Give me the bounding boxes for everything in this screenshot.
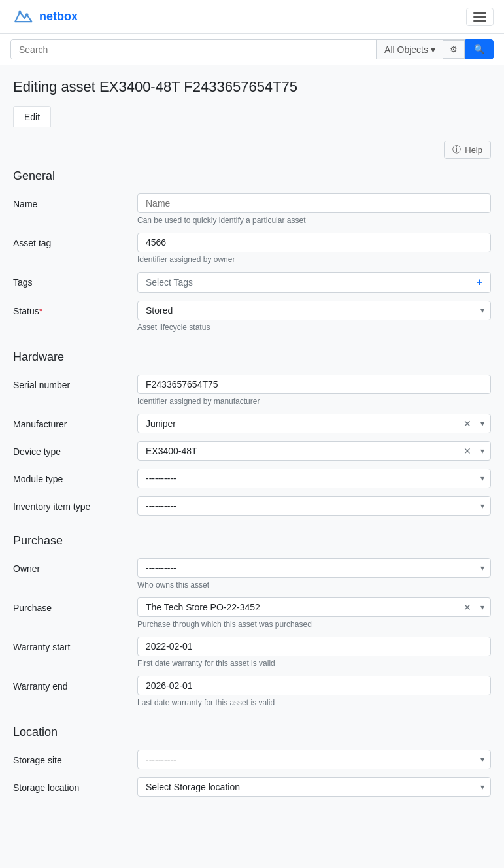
owner-label: Owner bbox=[13, 558, 137, 574]
storage-site-select[interactable]: ---------- bbox=[137, 750, 491, 769]
asset-tag-row: Asset tag Identifier assigned by owner bbox=[13, 233, 491, 264]
device-type-label: Device type bbox=[13, 441, 137, 457]
page-title: Editing asset EX3400-48T F2433657654T75 bbox=[13, 78, 491, 95]
warranty-end-label: Warranty end bbox=[13, 676, 137, 692]
status-required: * bbox=[39, 306, 42, 316]
manufacturer-clear-button[interactable]: ✕ bbox=[463, 419, 471, 428]
serial-number-help: Identifier assigned by manufacturer bbox=[137, 397, 491, 406]
warranty-start-label: Warranty start bbox=[13, 637, 137, 652]
storage-location-row: Storage location Select Storage location… bbox=[13, 777, 491, 797]
search-submit-button[interactable]: 🔍 bbox=[465, 39, 494, 59]
name-input[interactable] bbox=[137, 193, 491, 213]
navbar: netbox bbox=[0, 0, 504, 34]
general-section: General Name Can be used to quickly iden… bbox=[13, 169, 491, 332]
purchase-section-title: Purchase bbox=[13, 534, 491, 548]
purchase-section: Purchase Owner ---------- ▾ Who owns thi… bbox=[13, 534, 491, 707]
serial-number-label: Serial number bbox=[13, 375, 137, 390]
warranty-start-field: First date warranty for this asset is va… bbox=[137, 637, 491, 668]
location-section: Location Storage site ---------- ▾ Stora… bbox=[13, 726, 491, 797]
tags-select[interactable]: Select Tags + bbox=[137, 272, 491, 293]
serial-number-input[interactable] bbox=[137, 375, 491, 394]
svg-point-1 bbox=[18, 10, 22, 14]
status-select[interactable]: Stored Active Retired Decommissioned bbox=[137, 301, 491, 320]
device-type-row: Device type EX3400-48T ✕ ▾ bbox=[13, 441, 491, 461]
warranty-end-row: Warranty end Last date warranty for this… bbox=[13, 676, 491, 707]
tags-placeholder: Select Tags bbox=[146, 277, 193, 288]
manufacturer-row: Manufacturer Juniper ✕ ▾ bbox=[13, 414, 491, 433]
filter-button[interactable]: ⚙ bbox=[443, 40, 465, 59]
hamburger-line-3 bbox=[473, 20, 486, 22]
warranty-end-input[interactable] bbox=[137, 676, 491, 695]
asset-tag-input[interactable] bbox=[137, 233, 491, 252]
nav-toggle-button[interactable] bbox=[466, 8, 494, 26]
help-bar: ⓘ Help bbox=[13, 141, 491, 159]
inventory-item-type-row: Inventory item type ---------- ▾ bbox=[13, 496, 491, 516]
storage-site-row: Storage site ---------- ▾ bbox=[13, 750, 491, 769]
location-section-title: Location bbox=[13, 726, 491, 739]
svg-rect-0 bbox=[10, 5, 34, 29]
module-type-field: ---------- ▾ bbox=[137, 469, 491, 488]
question-circle-icon: ⓘ bbox=[452, 144, 461, 156]
serial-number-row: Serial number Identifier assigned by man… bbox=[13, 375, 491, 406]
name-field: Can be used to quickly identify a partic… bbox=[137, 193, 491, 225]
manufacturer-select[interactable]: Juniper bbox=[137, 414, 491, 433]
asset-tag-field: Identifier assigned by owner bbox=[137, 233, 491, 264]
tab-edit[interactable]: Edit bbox=[13, 106, 51, 127]
name-help: Can be used to quickly identify a partic… bbox=[137, 216, 491, 225]
owner-select[interactable]: ---------- bbox=[137, 558, 491, 578]
device-type-clear-button[interactable]: ✕ bbox=[463, 446, 471, 456]
warranty-start-row: Warranty start First date warranty for t… bbox=[13, 637, 491, 668]
owner-select-wrapper: ---------- ▾ bbox=[137, 558, 491, 578]
help-button[interactable]: ⓘ Help bbox=[444, 141, 491, 159]
tags-add-icon: + bbox=[477, 276, 482, 288]
module-type-label: Module type bbox=[13, 469, 137, 484]
name-row: Name Can be used to quickly identify a p… bbox=[13, 193, 491, 225]
storage-location-field: Select Storage location ▾ bbox=[137, 777, 491, 797]
search-input[interactable] bbox=[11, 40, 376, 59]
search-type-label: All Objects bbox=[384, 44, 428, 55]
page-content: Editing asset EX3400-48T F2433657654T75 … bbox=[0, 65, 504, 828]
search-type-button[interactable]: All Objects ▾ bbox=[376, 40, 443, 59]
owner-field: ---------- ▾ Who owns this asset bbox=[137, 558, 491, 590]
device-type-field: EX3400-48T ✕ ▾ bbox=[137, 441, 491, 461]
status-row: Status* Stored Active Retired Decommissi… bbox=[13, 301, 491, 332]
purchase-row: Purchase The Tech Store PO-22-3452 ✕ ▾ P… bbox=[13, 597, 491, 629]
manufacturer-field: Juniper ✕ ▾ bbox=[137, 414, 491, 433]
status-field: Stored Active Retired Decommissioned ▾ A… bbox=[137, 301, 491, 332]
name-label: Name bbox=[13, 193, 137, 209]
purchase-label: Purchase bbox=[13, 597, 137, 613]
svg-point-2 bbox=[25, 13, 29, 16]
filter-icon: ⚙ bbox=[450, 44, 458, 54]
warranty-start-help: First date warranty for this asset is va… bbox=[137, 659, 491, 668]
status-label: Status* bbox=[13, 301, 137, 316]
purchase-field: The Tech Store PO-22-3452 ✕ ▾ Purchase t… bbox=[137, 597, 491, 629]
inventory-item-type-field: ---------- ▾ bbox=[137, 496, 491, 516]
search-bar: All Objects ▾ ⚙ 🔍 bbox=[0, 34, 504, 65]
tags-row: Tags Select Tags + bbox=[13, 272, 491, 293]
brand-name: netbox bbox=[39, 10, 78, 24]
inventory-item-type-label: Inventory item type bbox=[13, 496, 137, 512]
module-type-select[interactable]: ---------- bbox=[137, 469, 491, 488]
purchase-clear-button[interactable]: ✕ bbox=[463, 603, 471, 612]
module-type-select-wrapper: ---------- ▾ bbox=[137, 469, 491, 488]
inventory-item-type-select[interactable]: ---------- bbox=[137, 496, 491, 516]
warranty-start-input[interactable] bbox=[137, 637, 491, 656]
inventory-item-type-select-wrapper: ---------- ▾ bbox=[137, 496, 491, 516]
storage-location-label: Storage location bbox=[13, 777, 137, 793]
asset-tag-help: Identifier assigned by owner bbox=[137, 255, 491, 264]
tags-label: Tags bbox=[13, 272, 137, 288]
owner-help: Who owns this asset bbox=[137, 580, 491, 590]
hamburger-line-1 bbox=[473, 12, 486, 14]
hardware-section: Hardware Serial number Identifier assign… bbox=[13, 350, 491, 516]
netbox-logo-icon bbox=[10, 5, 34, 29]
brand-logo[interactable]: netbox bbox=[10, 5, 78, 29]
status-help: Asset lifecycle status bbox=[137, 323, 491, 332]
hardware-section-title: Hardware bbox=[13, 350, 491, 364]
purchase-select[interactable]: The Tech Store PO-22-3452 bbox=[137, 597, 491, 617]
search-input-wrapper: All Objects ▾ ⚙ bbox=[10, 39, 465, 59]
storage-location-select[interactable]: Select Storage location bbox=[137, 777, 491, 797]
device-type-select-wrapper: EX3400-48T ✕ ▾ bbox=[137, 441, 491, 461]
device-type-select[interactable]: EX3400-48T bbox=[137, 441, 491, 461]
status-select-wrapper: Stored Active Retired Decommissioned ▾ bbox=[137, 301, 491, 320]
storage-site-label: Storage site bbox=[13, 750, 137, 765]
